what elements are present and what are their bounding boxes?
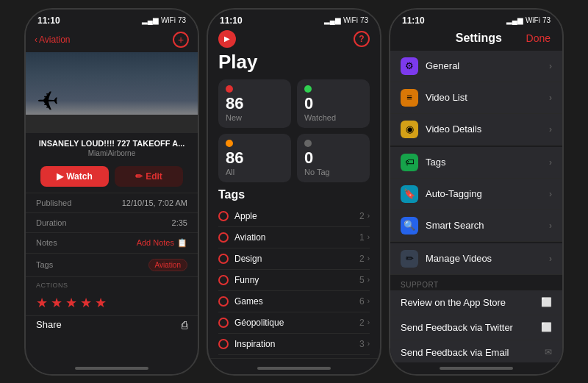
stat-notag[interactable]: 0 No Tag xyxy=(297,134,370,182)
settings-group-2: 🏷 Tags › 🔖 Auto-Tagging › 🔍 Smart Sea xyxy=(390,147,562,242)
tag-row-geopolitique[interactable]: Géopolitique 2 › xyxy=(218,312,370,334)
plane-icon: ✈ xyxy=(37,86,59,117)
settings-video-details[interactable]: ◉ Video Details › xyxy=(390,114,562,146)
add-notes-text: Add Notes xyxy=(137,238,174,247)
settings-email[interactable]: Send Feedback via Email ✉ xyxy=(390,340,562,362)
settings-header: Settings Done xyxy=(390,29,562,51)
star-3[interactable]: ★ xyxy=(65,295,77,311)
battery-icon-1: 73 xyxy=(178,16,186,24)
share-icon[interactable]: ⎙ xyxy=(182,319,187,331)
tag-row-aviation[interactable]: Aviation 1 › xyxy=(218,227,370,248)
app-store-label: Review on the App Store xyxy=(401,297,506,308)
tag-name-funny: Funny xyxy=(234,275,259,285)
settings-app-store[interactable]: Review on the App Store ⬜ xyxy=(390,290,562,315)
status-bar-3: 11:10 ▂▄▆ WiFi 73 xyxy=(390,10,562,29)
video-channel: MiamiAirborne xyxy=(26,149,198,163)
auto-tagging-chevron: › xyxy=(549,189,552,199)
tag-circle-inspiration xyxy=(218,339,229,349)
stats-grid: 86 New 0 Watched 86 All xyxy=(208,79,380,188)
video-list-chevron: › xyxy=(549,93,552,103)
add-notes-button[interactable]: Add Notes 📋 xyxy=(137,238,187,248)
notag-dot xyxy=(304,140,312,147)
star-2[interactable]: ★ xyxy=(51,295,62,311)
all-label: All xyxy=(226,168,284,176)
tag-row-games[interactable]: Games 6 › xyxy=(218,291,370,312)
external-icon-0: ⬜ xyxy=(541,297,552,307)
status-bar-1: 11:10 ▂▄▆ WiFi 73 xyxy=(26,10,198,29)
published-label: Published xyxy=(36,198,71,207)
help-button[interactable]: ? xyxy=(354,31,370,47)
video-details-icon: ◉ xyxy=(401,121,418,138)
general-label: General xyxy=(426,60,459,71)
wifi-icon-3: WiFi xyxy=(526,16,540,24)
watch-button[interactable]: ▶ Watch xyxy=(40,166,109,187)
external-icon-1: ⬜ xyxy=(541,322,552,332)
tags-title: Tags xyxy=(218,188,370,201)
chevron-icon-apple: › xyxy=(368,212,370,220)
play-icon: ▶ xyxy=(57,171,63,182)
new-dot xyxy=(226,85,233,93)
email-icon: ✉ xyxy=(545,347,552,357)
settings-auto-tagging[interactable]: 🔖 Auto-Tagging › xyxy=(390,179,562,210)
tag-row-funny[interactable]: Funny 5 › xyxy=(218,270,370,291)
settings-smart-search[interactable]: 🔍 Smart Search › xyxy=(390,210,562,242)
tag-row-apple[interactable]: Apple 2 › xyxy=(218,206,370,227)
chevron-icon-funny: › xyxy=(368,276,370,284)
tag-name-games: Games xyxy=(234,296,263,307)
settings-group-1: ⚙ General › ≡ Video List › ◉ Video Detai xyxy=(390,51,562,146)
star-1[interactable]: ★ xyxy=(36,295,48,311)
stat-new[interactable]: 86 New xyxy=(218,79,291,128)
manage-videos-chevron: › xyxy=(549,254,552,264)
manage-videos-label: Manage Videos xyxy=(426,253,492,264)
action-buttons: ▶ Watch ✏ Edit xyxy=(26,163,198,193)
tag-name-apple: Apple xyxy=(234,211,257,221)
home-indicator-1 xyxy=(26,362,198,374)
status-bar-2: 11:10 ▂▄▆ WiFi 73 xyxy=(208,10,380,29)
tags-label: Tags xyxy=(36,260,53,269)
tag-row-inspiration[interactable]: Inspiration 3 › xyxy=(218,334,370,355)
star-4[interactable]: ★ xyxy=(80,295,92,311)
stat-all[interactable]: 86 All xyxy=(218,134,291,182)
video-details-chevron: › xyxy=(549,124,552,135)
tag-row-design[interactable]: Design 2 › xyxy=(218,248,370,270)
watched-dot xyxy=(304,85,312,93)
tag-count-geo: 2 xyxy=(359,318,365,328)
settings-twitter[interactable]: Send Feedback via Twitter ⬜ xyxy=(390,315,562,340)
edit-button[interactable]: ✏ Edit xyxy=(115,166,183,187)
tag-count-aviation: 1 xyxy=(359,232,365,243)
duration-label: Duration xyxy=(36,218,67,227)
back-button[interactable]: ‹ Aviation xyxy=(35,35,70,45)
play-header: ▶ ? xyxy=(208,29,380,51)
tag-name-geo: Géopolitique xyxy=(234,318,284,328)
rating-stars[interactable]: ★ ★ ★ ★ ★ xyxy=(26,290,198,315)
settings-tags[interactable]: 🏷 Tags › xyxy=(390,147,562,179)
smart-search-chevron: › xyxy=(549,221,552,231)
watch-label: Watch xyxy=(66,171,93,182)
tag-aviation[interactable]: Aviation xyxy=(148,259,187,271)
video-thumbnail: ✈ xyxy=(26,52,198,133)
settings-general[interactable]: ⚙ General › xyxy=(390,51,562,82)
settings-video-list[interactable]: ≡ Video List › xyxy=(390,82,562,114)
runway xyxy=(26,115,198,133)
stat-watched[interactable]: 0 Watched xyxy=(297,79,370,128)
signal-icon-3: ▂▄▆ xyxy=(506,16,523,24)
add-button[interactable]: + xyxy=(173,32,189,48)
chevron-icon-design: › xyxy=(368,254,370,262)
star-5[interactable]: ★ xyxy=(95,295,107,311)
tags-icon: 🏷 xyxy=(401,154,418,171)
settings-done-button[interactable]: Done xyxy=(526,32,551,44)
battery-icon-2: 73 xyxy=(360,16,368,24)
back-label: Aviation xyxy=(39,35,70,45)
battery-icon-3: 73 xyxy=(542,16,551,24)
tag-circle-aviation xyxy=(218,232,229,243)
settings-manage-videos[interactable]: ✏ Manage Videos › xyxy=(390,243,562,275)
chevron-icon-aviation: › xyxy=(368,233,370,241)
info-rows: Published 12/10/15, 7:02 AM Duration 2:3… xyxy=(26,193,198,277)
published-row: Published 12/10/15, 7:02 AM xyxy=(26,193,198,213)
tags-section: Tags Apple 2 › Aviation xyxy=(208,188,380,355)
wifi-icon-2: WiFi xyxy=(343,16,358,24)
auto-tagging-icon: 🔖 xyxy=(401,185,418,203)
signal-icon-1: ▂▄▆ xyxy=(142,16,159,24)
video-details-label: Video Details xyxy=(426,124,481,135)
play-icon-button[interactable]: ▶ xyxy=(218,30,236,48)
